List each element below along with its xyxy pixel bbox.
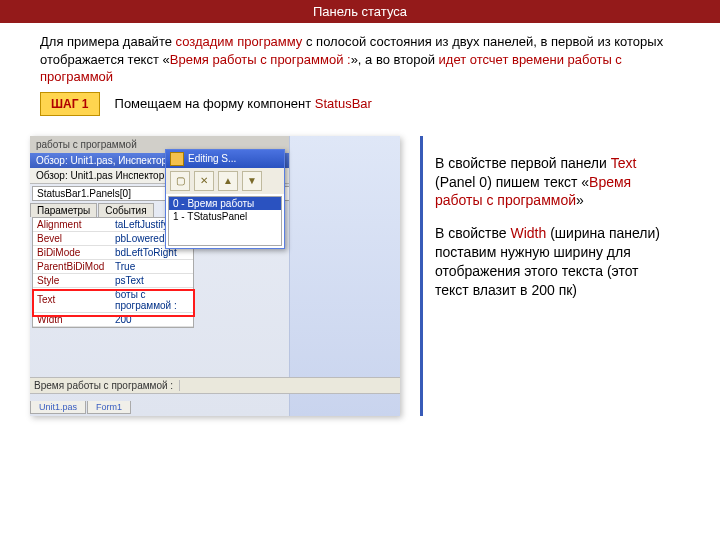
editor-tabs: Unit1.pas Form1 — [30, 401, 131, 414]
tab-params[interactable]: Параметры — [30, 203, 97, 217]
panel-list-item[interactable]: 0 - Время работы — [169, 197, 281, 210]
editing-window: Editing S... ▢ ✕ ▲ ▼ 0 - Время работы 1 … — [165, 149, 285, 249]
explain-width-prop: В свойстве Width (ширина панели) постави… — [435, 224, 675, 300]
slide-header: Панель статуса — [0, 0, 720, 23]
editor-tab[interactable]: Unit1.pas — [30, 401, 86, 414]
intro-paragraph: Для примера давайте создадим программу с… — [0, 23, 720, 86]
delete-panel-button[interactable]: ✕ — [194, 171, 214, 191]
step-row: ШАГ 1 Помещаем на форму компонент Status… — [0, 86, 720, 122]
editing-window-title: Editing S... — [166, 150, 284, 168]
slide-title: Панель статуса — [313, 4, 407, 19]
shot-background-panel — [289, 136, 400, 416]
panel-list: 0 - Время работы 1 - TStatusPanel — [168, 196, 282, 246]
prop-row: StylepsText — [33, 273, 193, 287]
prop-row: Width200 — [33, 312, 193, 326]
panel-list-item[interactable]: 1 - TStatusPanel — [169, 210, 281, 223]
explanation-panel: В свойстве первой панели Text (Panel 0) … — [420, 136, 683, 416]
step-badge: ШАГ 1 — [40, 92, 100, 116]
tab-events[interactable]: События — [98, 203, 153, 217]
move-down-button[interactable]: ▼ — [242, 171, 262, 191]
move-up-button[interactable]: ▲ — [218, 171, 238, 191]
explain-text-prop: В свойстве первой панели Text (Panel 0) … — [435, 154, 675, 211]
screenshot: работы с программой Обзор: Unit1.pas, Ин… — [30, 136, 400, 416]
editor-tab[interactable]: Form1 — [87, 401, 131, 414]
add-panel-button[interactable]: ▢ — [170, 171, 190, 191]
statusbar-preview: Время работы с программой : — [30, 377, 400, 394]
step-text: Помещаем на форму компонент StatusBar — [115, 96, 372, 111]
editing-toolbar: ▢ ✕ ▲ ▼ — [166, 168, 284, 194]
prop-row: ParentBiDiModTrue — [33, 259, 193, 273]
prop-row: Textботы с программой : — [33, 287, 193, 312]
window-icon — [170, 152, 184, 166]
